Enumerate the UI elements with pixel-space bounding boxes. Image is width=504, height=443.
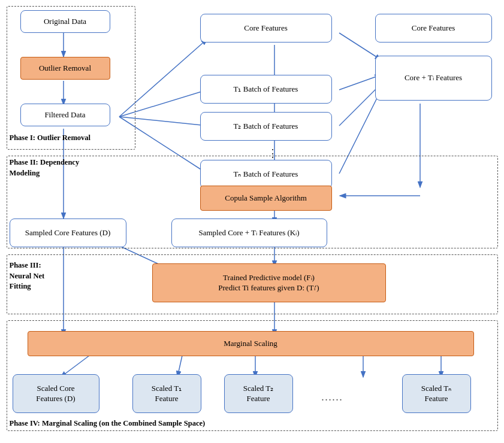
- t1-batch-box: T₁ Batch of Features: [200, 75, 332, 104]
- sampled-core-box: Sampled Core Features (D): [10, 219, 126, 247]
- scaled-core-box: Scaled Core Features (D): [13, 374, 99, 413]
- ellipsis-batch: ⋮: [267, 147, 278, 160]
- trained-model-box: Trained Predictive model (Fᵢ) Predict Ti…: [152, 263, 386, 302]
- outlier-removal-box: Outlier Removal: [20, 57, 110, 80]
- t2-batch-box: T₂ Batch of Features: [200, 112, 332, 141]
- ellipsis-scaled: ……: [321, 391, 343, 403]
- diagram: Phase I: Outlier Removal Phase II: Depen…: [4, 3, 501, 437]
- scaled-t2-box: Scaled T₂ Feature: [224, 374, 293, 413]
- core-features-1-box: Core Features: [200, 14, 332, 43]
- phase3-label: Phase III:Neural NetFitting: [10, 260, 67, 292]
- scaled-t1-box: Scaled T₁ Feature: [132, 374, 201, 413]
- core-features-2-box: Core Features: [375, 14, 492, 43]
- phase2-label: Phase II: Dependency Modeling: [10, 157, 82, 178]
- core-ti-features-box: Core + Tᵢ Features: [375, 56, 492, 101]
- copula-sample-box: Copula Sample Algorithm: [200, 186, 332, 211]
- scaled-tn-box: Scaled Tₙ Feature: [402, 374, 471, 413]
- tn-batch-box: Tₙ Batch of Features: [200, 160, 332, 189]
- sampled-core-ti-box: Sampled Core + Tᵢ Features (Kᵢ): [171, 219, 327, 247]
- original-data-box: Original Data: [20, 10, 110, 33]
- phase4-label: Phase IV: Marginal Scaling (on the Combi…: [10, 419, 206, 428]
- filtered-data-box: Filtered Data: [20, 104, 110, 126]
- phase1-label: Phase I: Outlier Removal: [10, 133, 91, 142]
- marginal-scaling-box: Marginal Scaling: [28, 331, 474, 356]
